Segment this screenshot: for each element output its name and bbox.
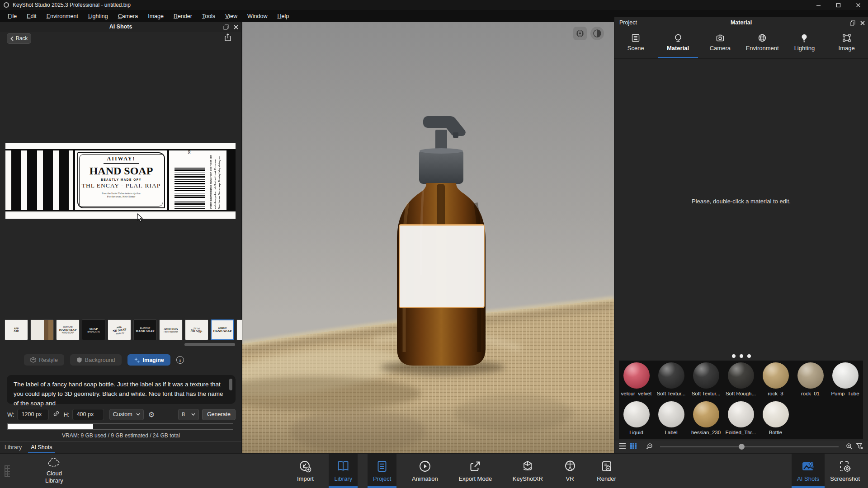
menu-file[interactable]: File [3,11,22,22]
thumbnail-size-slider[interactable] [660,446,839,447]
material-item[interactable]: hessian_230 [689,399,723,438]
zoom-in-icon[interactable] [846,443,853,451]
panel-resize-dots[interactable] [614,354,868,358]
back-button[interactable]: Back [7,33,31,44]
close-panel-icon[interactable] [860,19,865,28]
thumbnail-7[interactable]: AND SOAFine Frsamentn [159,319,183,340]
label-tagline-text: BEAUTLY MADE OFY [101,178,142,181]
background-button[interactable]: Background [70,354,122,366]
contrast-toggle[interactable] [590,27,604,40]
material-item[interactable]: Soft Textur... [654,361,689,399]
thumbnail-8[interactable]: my LpiiND SOP [185,319,208,340]
generated-label-preview[interactable]: AIIWAY! HAND SOAP BEAUTLY MADE OFY THL E… [5,143,236,219]
label-brand-text: AIIWAY! [104,155,139,164]
scene-render [242,22,614,453]
toolbar-animation[interactable]: Animation [406,454,443,488]
main-toolbar: CloudLibrary Import Library Project Anim… [0,453,868,488]
material-item[interactable]: Label [654,399,689,438]
slider-thumb[interactable] [739,444,745,450]
thumbnail-4[interactable]: SOAPBANAIGATIN [82,319,105,340]
material-sphere [623,362,650,389]
thumbnail-3[interactable]: Wuth CmpHAND SIAPHAND SOAP [56,319,80,340]
toolbar-render[interactable]: Render [591,454,622,488]
tab-camera[interactable]: Camera [699,30,741,58]
restyle-button[interactable]: Restyle [24,354,64,366]
vr-headset-icon [564,460,576,473]
gpu-mode-toggle[interactable] [573,27,587,40]
prompt-textarea[interactable]: The label of a fancy hand soap bottle. J… [7,375,236,404]
batch-count-dropdown[interactable]: 8 [178,409,199,420]
toolbar-grip-handle[interactable] [5,465,10,477]
toolbar-export-mode[interactable]: Export Mode [453,454,497,488]
tab-image[interactable]: Image [826,30,868,58]
material-item[interactable]: Bottle [758,399,793,438]
share-icon[interactable] [223,33,233,43]
settings-gear-icon[interactable]: ⚙ [148,410,155,419]
toolbar-ai-shots[interactable]: AI Shots [792,454,825,488]
height-input[interactable]: 400 px [72,409,104,420]
list-view-icon[interactable] [619,443,626,451]
float-panel-icon[interactable] [850,19,855,28]
toolbar-import[interactable]: Import [292,454,319,488]
toolbar-screenshot[interactable]: Screenshot [825,454,865,488]
material-item[interactable]: Liquid [619,399,654,438]
menu-view[interactable]: View [220,11,242,22]
info-icon[interactable]: i [176,356,184,364]
menu-render[interactable]: Render [169,11,197,22]
filter-funnel-icon[interactable] [856,443,863,451]
menu-help[interactable]: Help [273,11,294,22]
half-circle-icon [593,29,602,38]
width-input[interactable]: 1200 px [17,409,49,420]
thumbnail-9-selected[interactable]: AIIWAY!HAND SOAP [211,319,234,340]
link-aspect-icon[interactable] [53,410,60,418]
cloud-icon [47,457,61,467]
prompt-scrollbar[interactable] [229,379,232,390]
maximize-button[interactable] [828,0,848,10]
imagine-button[interactable]: Imagine [127,354,170,366]
thumbnail-5[interactable]: AIFAND SOAP- Made oly - [108,319,131,340]
tab-material[interactable]: Material [657,30,699,58]
material-sphere-icon [674,33,683,42]
preset-dropdown[interactable]: Custom [109,409,144,420]
material-item[interactable]: Soft Textur... [689,361,723,399]
zoom-out-icon[interactable] [646,443,653,451]
grid-view-icon[interactable] [630,442,637,451]
tab-ai-shots[interactable]: AI Shots [26,442,57,453]
minimize-button[interactable] [808,0,828,10]
material-item[interactable]: Pump_Tube [828,361,863,399]
material-item[interactable]: rock_3 [758,361,793,399]
thumbnail-10[interactable]: HANDO [236,319,242,340]
tab-environment[interactable]: Environment [741,30,783,58]
close-button[interactable] [848,0,868,10]
material-item[interactable]: velour_velvet [619,361,654,399]
realtime-3d-viewport[interactable] [242,22,614,453]
generate-button[interactable]: Generate [202,409,236,420]
material-item[interactable]: rock_01 [793,361,828,399]
toolbar-cloud-library[interactable]: CloudLibrary [40,454,69,488]
render-icon [600,460,613,473]
project-tabs: Scene Material Camera Environment Lighti… [614,30,868,59]
thumbnail-2[interactable] [30,319,54,340]
menu-window[interactable]: Window [242,11,272,22]
menu-environment[interactable]: Environment [42,11,83,22]
menu-camera[interactable]: Camera [113,11,143,22]
thumbnail-1[interactable]: APPOAP [5,319,28,340]
tab-lighting[interactable]: Lighting [783,30,825,58]
toolbar-project[interactable]: Project [368,454,396,488]
tab-library[interactable]: Library [0,442,26,453]
material-item[interactable]: Folded_Thr... [723,399,758,438]
toolbar-keyshotxr[interactable]: KeyShotXR [507,454,548,488]
menu-edit[interactable]: Edit [22,11,42,22]
toolbar-library[interactable]: Library [329,454,358,488]
menu-image[interactable]: Image [143,11,169,22]
thumbnail-6[interactable]: ELATNTAPHAND SOAP [133,319,157,340]
thumbnail-scrollbar[interactable] [184,343,235,346]
tab-scene[interactable]: Scene [615,30,656,58]
image-frame-icon [842,33,851,42]
close-panel-icon[interactable] [233,23,239,32]
menu-lighting[interactable]: Lighting [83,11,113,22]
float-panel-icon[interactable] [223,23,229,32]
material-item[interactable]: Soft Rough... [723,361,758,399]
menu-tools[interactable]: Tools [197,11,220,22]
toolbar-vr[interactable]: VR [558,454,582,488]
